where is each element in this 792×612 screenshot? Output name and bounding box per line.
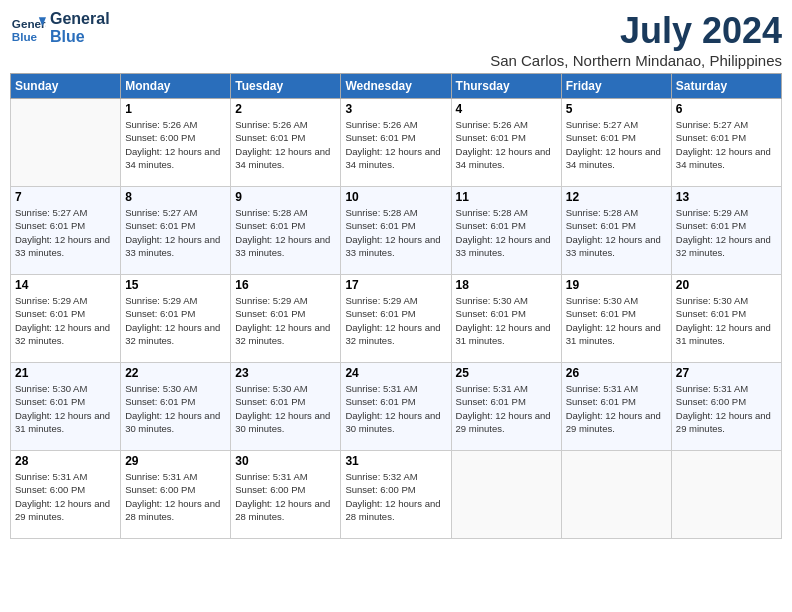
- day-cell: 27Sunrise: 5:31 AMSunset: 6:00 PMDayligh…: [671, 363, 781, 451]
- day-cell: 5Sunrise: 5:27 AMSunset: 6:01 PMDaylight…: [561, 99, 671, 187]
- day-info: Sunrise: 5:32 AMSunset: 6:00 PMDaylight:…: [345, 470, 446, 523]
- day-cell: 6Sunrise: 5:27 AMSunset: 6:01 PMDaylight…: [671, 99, 781, 187]
- day-number: 18: [456, 278, 557, 292]
- day-number: 28: [15, 454, 116, 468]
- day-cell: 21Sunrise: 5:30 AMSunset: 6:01 PMDayligh…: [11, 363, 121, 451]
- day-info: Sunrise: 5:26 AMSunset: 6:01 PMDaylight:…: [456, 118, 557, 171]
- day-info: Sunrise: 5:28 AMSunset: 6:01 PMDaylight:…: [456, 206, 557, 259]
- day-cell: 23Sunrise: 5:30 AMSunset: 6:01 PMDayligh…: [231, 363, 341, 451]
- page-header: General Blue General Blue July 2024 San …: [10, 10, 782, 69]
- day-number: 7: [15, 190, 116, 204]
- header-sunday: Sunday: [11, 74, 121, 99]
- day-info: Sunrise: 5:26 AMSunset: 6:00 PMDaylight:…: [125, 118, 226, 171]
- day-cell: 2Sunrise: 5:26 AMSunset: 6:01 PMDaylight…: [231, 99, 341, 187]
- day-info: Sunrise: 5:27 AMSunset: 6:01 PMDaylight:…: [676, 118, 777, 171]
- day-info: Sunrise: 5:27 AMSunset: 6:01 PMDaylight:…: [125, 206, 226, 259]
- day-cell: 11Sunrise: 5:28 AMSunset: 6:01 PMDayligh…: [451, 187, 561, 275]
- day-info: Sunrise: 5:31 AMSunset: 6:00 PMDaylight:…: [676, 382, 777, 435]
- day-info: Sunrise: 5:28 AMSunset: 6:01 PMDaylight:…: [345, 206, 446, 259]
- day-number: 25: [456, 366, 557, 380]
- logo-text-general: General: [50, 10, 110, 28]
- day-cell: 3Sunrise: 5:26 AMSunset: 6:01 PMDaylight…: [341, 99, 451, 187]
- day-number: 21: [15, 366, 116, 380]
- day-cell: 13Sunrise: 5:29 AMSunset: 6:01 PMDayligh…: [671, 187, 781, 275]
- day-info: Sunrise: 5:29 AMSunset: 6:01 PMDaylight:…: [676, 206, 777, 259]
- day-cell: 7Sunrise: 5:27 AMSunset: 6:01 PMDaylight…: [11, 187, 121, 275]
- day-info: Sunrise: 5:30 AMSunset: 6:01 PMDaylight:…: [15, 382, 116, 435]
- day-cell: 24Sunrise: 5:31 AMSunset: 6:01 PMDayligh…: [341, 363, 451, 451]
- day-number: 13: [676, 190, 777, 204]
- day-number: 20: [676, 278, 777, 292]
- day-info: Sunrise: 5:29 AMSunset: 6:01 PMDaylight:…: [235, 294, 336, 347]
- day-number: 26: [566, 366, 667, 380]
- day-number: 1: [125, 102, 226, 116]
- day-number: 27: [676, 366, 777, 380]
- day-number: 8: [125, 190, 226, 204]
- day-number: 3: [345, 102, 446, 116]
- logo-icon: General Blue: [10, 10, 46, 46]
- day-number: 11: [456, 190, 557, 204]
- day-cell: [11, 99, 121, 187]
- week-row-2: 7Sunrise: 5:27 AMSunset: 6:01 PMDaylight…: [11, 187, 782, 275]
- day-info: Sunrise: 5:31 AMSunset: 6:00 PMDaylight:…: [235, 470, 336, 523]
- day-info: Sunrise: 5:28 AMSunset: 6:01 PMDaylight:…: [235, 206, 336, 259]
- week-row-3: 14Sunrise: 5:29 AMSunset: 6:01 PMDayligh…: [11, 275, 782, 363]
- week-row-4: 21Sunrise: 5:30 AMSunset: 6:01 PMDayligh…: [11, 363, 782, 451]
- day-number: 15: [125, 278, 226, 292]
- day-cell: 25Sunrise: 5:31 AMSunset: 6:01 PMDayligh…: [451, 363, 561, 451]
- day-cell: [671, 451, 781, 539]
- day-number: 17: [345, 278, 446, 292]
- day-cell: 17Sunrise: 5:29 AMSunset: 6:01 PMDayligh…: [341, 275, 451, 363]
- day-number: 9: [235, 190, 336, 204]
- day-info: Sunrise: 5:29 AMSunset: 6:01 PMDaylight:…: [125, 294, 226, 347]
- logo-text-blue: Blue: [50, 28, 110, 46]
- day-cell: 31Sunrise: 5:32 AMSunset: 6:00 PMDayligh…: [341, 451, 451, 539]
- day-number: 4: [456, 102, 557, 116]
- day-info: Sunrise: 5:26 AMSunset: 6:01 PMDaylight:…: [345, 118, 446, 171]
- day-info: Sunrise: 5:28 AMSunset: 6:01 PMDaylight:…: [566, 206, 667, 259]
- day-cell: 29Sunrise: 5:31 AMSunset: 6:00 PMDayligh…: [121, 451, 231, 539]
- day-cell: 19Sunrise: 5:30 AMSunset: 6:01 PMDayligh…: [561, 275, 671, 363]
- day-cell: 22Sunrise: 5:30 AMSunset: 6:01 PMDayligh…: [121, 363, 231, 451]
- day-number: 19: [566, 278, 667, 292]
- day-number: 24: [345, 366, 446, 380]
- day-info: Sunrise: 5:31 AMSunset: 6:00 PMDaylight:…: [15, 470, 116, 523]
- day-info: Sunrise: 5:30 AMSunset: 6:01 PMDaylight:…: [125, 382, 226, 435]
- logo: General Blue General Blue: [10, 10, 110, 46]
- day-cell: 20Sunrise: 5:30 AMSunset: 6:01 PMDayligh…: [671, 275, 781, 363]
- day-cell: [451, 451, 561, 539]
- day-number: 2: [235, 102, 336, 116]
- day-info: Sunrise: 5:30 AMSunset: 6:01 PMDaylight:…: [566, 294, 667, 347]
- day-info: Sunrise: 5:26 AMSunset: 6:01 PMDaylight:…: [235, 118, 336, 171]
- svg-text:Blue: Blue: [12, 30, 38, 43]
- day-cell: 4Sunrise: 5:26 AMSunset: 6:01 PMDaylight…: [451, 99, 561, 187]
- day-info: Sunrise: 5:30 AMSunset: 6:01 PMDaylight:…: [456, 294, 557, 347]
- day-number: 23: [235, 366, 336, 380]
- day-cell: [561, 451, 671, 539]
- day-cell: 1Sunrise: 5:26 AMSunset: 6:00 PMDaylight…: [121, 99, 231, 187]
- location-title: San Carlos, Northern Mindanao, Philippin…: [490, 52, 782, 69]
- day-cell: 14Sunrise: 5:29 AMSunset: 6:01 PMDayligh…: [11, 275, 121, 363]
- header-tuesday: Tuesday: [231, 74, 341, 99]
- week-row-1: 1Sunrise: 5:26 AMSunset: 6:00 PMDaylight…: [11, 99, 782, 187]
- header-wednesday: Wednesday: [341, 74, 451, 99]
- day-info: Sunrise: 5:27 AMSunset: 6:01 PMDaylight:…: [15, 206, 116, 259]
- day-cell: 28Sunrise: 5:31 AMSunset: 6:00 PMDayligh…: [11, 451, 121, 539]
- day-info: Sunrise: 5:31 AMSunset: 6:00 PMDaylight:…: [125, 470, 226, 523]
- day-info: Sunrise: 5:29 AMSunset: 6:01 PMDaylight:…: [15, 294, 116, 347]
- day-number: 30: [235, 454, 336, 468]
- day-number: 6: [676, 102, 777, 116]
- day-number: 22: [125, 366, 226, 380]
- day-info: Sunrise: 5:30 AMSunset: 6:01 PMDaylight:…: [676, 294, 777, 347]
- day-number: 10: [345, 190, 446, 204]
- day-cell: 30Sunrise: 5:31 AMSunset: 6:00 PMDayligh…: [231, 451, 341, 539]
- week-row-5: 28Sunrise: 5:31 AMSunset: 6:00 PMDayligh…: [11, 451, 782, 539]
- header-monday: Monday: [121, 74, 231, 99]
- header-friday: Friday: [561, 74, 671, 99]
- month-title: July 2024: [490, 10, 782, 52]
- day-number: 5: [566, 102, 667, 116]
- day-number: 14: [15, 278, 116, 292]
- day-info: Sunrise: 5:30 AMSunset: 6:01 PMDaylight:…: [235, 382, 336, 435]
- day-cell: 9Sunrise: 5:28 AMSunset: 6:01 PMDaylight…: [231, 187, 341, 275]
- header-thursday: Thursday: [451, 74, 561, 99]
